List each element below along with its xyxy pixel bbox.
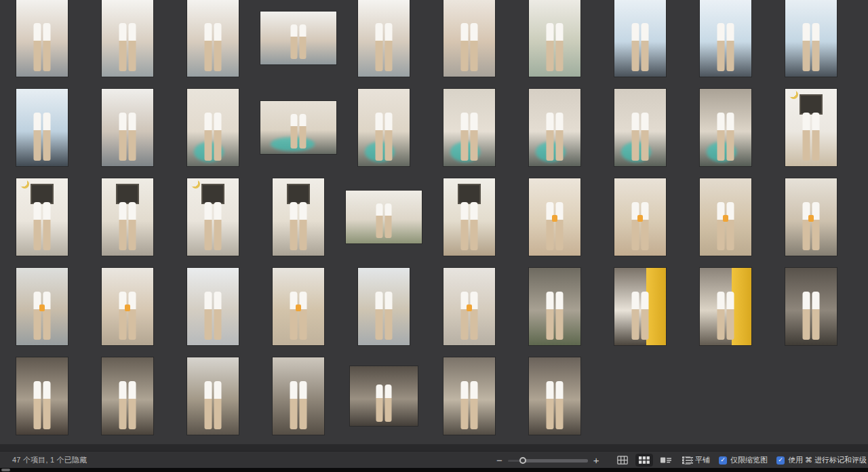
photo-thumbnail[interactable] <box>350 366 418 426</box>
use-cmd-rating-checkbox-label: 使用 ⌘ 进行标记和评级 <box>788 455 867 465</box>
juice-cup-shape <box>637 215 643 222</box>
couple-figures <box>290 292 307 340</box>
couple-figures <box>34 113 51 161</box>
photo-thumbnail[interactable] <box>16 89 68 166</box>
juice-cup-shape <box>467 304 472 311</box>
photo-thumbnail[interactable] <box>187 89 239 166</box>
photo-thumbnail[interactable] <box>16 178 68 256</box>
photo-thumbnail[interactable] <box>273 268 324 345</box>
photo-thumbnail[interactable] <box>529 268 580 345</box>
photo-thumbnail[interactable] <box>358 268 410 345</box>
photo-thumbnail[interactable] <box>260 101 336 154</box>
photo-thumbnail[interactable] <box>273 357 324 435</box>
scrollbar-corner <box>1 469 10 471</box>
bottom-toolbar: 47 个项目, 1 个已隐藏 − + 平铺✓仅限缩览图✓使用 ⌘ 进行标记和评级 <box>0 451 868 468</box>
yellow-door-shape <box>646 268 666 345</box>
photo-thumbnail[interactable] <box>614 178 666 256</box>
zoom-slider[interactable] <box>508 456 588 465</box>
photo-thumbnail[interactable] <box>443 89 495 166</box>
couple-figures <box>34 292 51 340</box>
grid-view-button[interactable] <box>614 454 631 467</box>
moon-decoration-icon <box>20 180 29 189</box>
thumbnails-only-checkbox[interactable]: ✓ <box>719 456 727 465</box>
thumbnail-list-icon <box>660 456 671 465</box>
photo-thumbnail[interactable] <box>187 357 239 435</box>
photo-thumbnail[interactable] <box>785 0 837 77</box>
photo-thumbnail[interactable] <box>529 89 580 166</box>
zoom-in-button[interactable]: + <box>593 455 599 465</box>
photo-thumbnail[interactable] <box>358 0 410 77</box>
photo-thumbnail[interactable] <box>529 357 580 435</box>
couple-figures <box>803 23 820 71</box>
couple-figures <box>119 23 136 71</box>
photo-thumbnail[interactable] <box>443 0 495 77</box>
couple-figures <box>461 23 478 71</box>
photo-thumbnail[interactable] <box>443 178 495 256</box>
couple-figures <box>547 113 564 161</box>
use-cmd-rating-checkbox-group: ✓使用 ⌘ 进行标记和评级 <box>776 455 867 465</box>
tile-checkbox-group: 平铺 <box>684 455 710 465</box>
photo-thumbnail[interactable] <box>529 0 580 77</box>
photo-thumbnail[interactable] <box>187 268 239 345</box>
couple-figures <box>205 381 222 429</box>
window-shape <box>116 184 140 204</box>
photo-thumbnail[interactable] <box>187 178 239 256</box>
photo-thumbnail[interactable] <box>346 191 422 243</box>
photo-thumbnail[interactable] <box>614 89 666 166</box>
use-cmd-rating-checkbox[interactable]: ✓ <box>776 456 785 465</box>
zoom-slider-fill <box>523 459 588 463</box>
photo-thumbnail[interactable] <box>529 178 580 256</box>
zoom-slider-group: − + <box>496 452 599 469</box>
status-text: 47 个项目, 1 个已隐藏 <box>12 455 87 465</box>
photo-thumbnail[interactable] <box>785 268 837 345</box>
zoom-slider-knob[interactable] <box>519 457 526 464</box>
photo-thumbnail[interactable] <box>260 12 336 64</box>
photo-thumbnail[interactable] <box>614 268 666 345</box>
gallery-view-button[interactable] <box>657 454 675 467</box>
couple-figures <box>34 23 51 71</box>
couple-figures <box>632 23 649 71</box>
photo-thumbnail[interactable] <box>102 357 153 435</box>
couple-figures <box>34 202 51 250</box>
couple-figures <box>632 292 649 340</box>
photo-thumbnail[interactable] <box>700 89 751 166</box>
photo-thumbnail[interactable] <box>785 89 837 166</box>
photo-thumbnail[interactable] <box>700 268 751 345</box>
couple-figures <box>376 203 392 238</box>
photo-thumbnail[interactable] <box>187 0 239 77</box>
photo-thumbnail[interactable] <box>358 89 410 166</box>
photo-thumbnail[interactable] <box>16 357 68 435</box>
thumbnail-grid <box>0 0 868 444</box>
photo-thumbnail[interactable] <box>102 89 153 166</box>
photo-thumbnail[interactable] <box>16 268 68 345</box>
couple-figures <box>717 292 734 340</box>
couple-figures <box>717 202 734 250</box>
couple-figures <box>205 202 222 250</box>
photo-thumbnail[interactable] <box>16 0 68 77</box>
photo-thumbnail[interactable] <box>102 178 153 256</box>
photo-thumbnail[interactable] <box>443 357 495 435</box>
display-options: 平铺✓仅限缩览图✓使用 ⌘ 进行标记和评级 <box>684 452 867 469</box>
photo-thumbnail[interactable] <box>273 178 324 256</box>
photo-thumbnail[interactable] <box>614 0 666 77</box>
photo-thumbnail[interactable] <box>443 268 495 345</box>
photo-thumbnail[interactable] <box>102 268 153 345</box>
photo-thumbnail[interactable] <box>700 178 751 256</box>
couple-figures <box>205 292 222 340</box>
couple-figures <box>291 24 307 59</box>
thumbnail-view-button[interactable] <box>635 454 653 467</box>
window-shape <box>201 184 225 204</box>
tile-checkbox[interactable] <box>684 456 692 465</box>
photo-thumbnail[interactable] <box>102 0 153 77</box>
couple-figures <box>376 292 393 340</box>
window-shape <box>800 94 823 115</box>
couple-figures <box>376 113 393 161</box>
juice-cup-shape <box>723 215 728 222</box>
couple-figures <box>291 114 307 149</box>
couple-figures <box>632 202 649 250</box>
juice-cup-shape <box>296 304 301 311</box>
photo-thumbnail[interactable] <box>700 0 751 77</box>
photo-thumbnail[interactable] <box>785 178 837 256</box>
zoom-out-button[interactable]: − <box>496 455 502 465</box>
couple-figures <box>803 202 820 250</box>
